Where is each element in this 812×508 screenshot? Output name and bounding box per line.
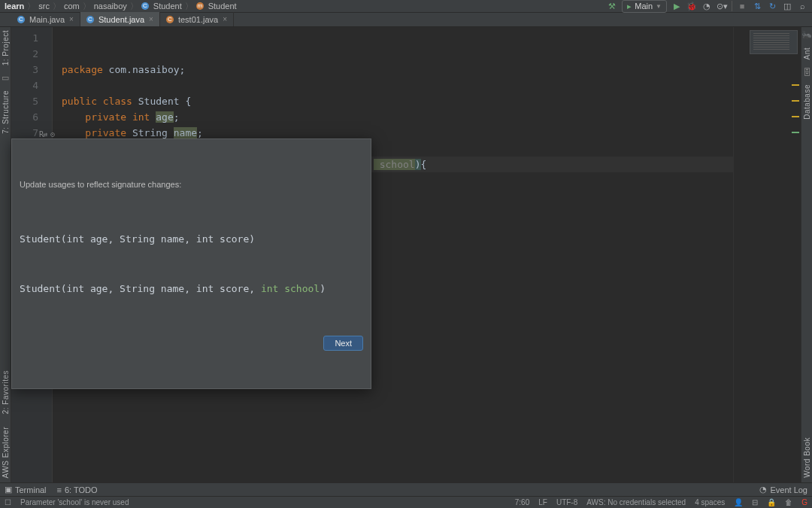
trash-icon[interactable]: 🗑 <box>785 498 792 506</box>
class-icon: C <box>17 16 25 23</box>
folder-icon[interactable]: ▭ <box>2 73 9 83</box>
chevron-right-icon: 〉 <box>27 1 35 12</box>
update-icon[interactable]: ↻ <box>767 1 777 11</box>
close-icon[interactable]: × <box>69 15 74 23</box>
tab-student[interactable]: C Student.java × <box>80 12 160 26</box>
class-icon: C <box>166 16 174 23</box>
breadcrumb-method[interactable]: Student <box>208 2 237 11</box>
signature-old: Student(int age, String name, int score) <box>20 230 363 248</box>
right-tool-strip: 🐜 Ant 🗄 Database Word Book <box>801 27 812 482</box>
status-bar: ☐ Parameter 'school' is never used 7:60 … <box>0 496 812 508</box>
class-icon: C <box>141 2 149 10</box>
toolbar: ⚒ ▸ Main ▼ ▶ 🐞 ◔ ⊙▾ ■ ⇅ ↻ ◫ ⌕ <box>607 0 807 13</box>
database-icon[interactable]: 🗄 <box>803 68 811 77</box>
signature-new: Student(int age, String name, int score,… <box>20 280 363 298</box>
close-icon[interactable]: × <box>223 15 227 23</box>
layout-icon[interactable]: ◫ <box>782 1 792 11</box>
chevron-right-icon: 〉 <box>130 1 138 12</box>
run-icon[interactable]: ▶ <box>671 1 682 11</box>
breadcrumb-item[interactable]: com <box>64 2 80 11</box>
status-message-icon: ☐ <box>5 498 11 506</box>
memory-icon[interactable]: ⊟ <box>752 498 758 506</box>
code-line: public class Student { <box>62 96 191 107</box>
code-line: package com.nasaiboy; <box>62 64 185 75</box>
tab-label: test01.java <box>178 15 218 24</box>
info-mark[interactable] <box>792 132 799 133</box>
tool-database[interactable]: Database <box>803 84 811 120</box>
method-icon: m <box>196 2 204 10</box>
caret-position[interactable]: 7:60 <box>515 498 529 506</box>
tool-ant[interactable]: Ant <box>803 47 811 60</box>
tool-project[interactable]: 1: Project <box>2 30 10 65</box>
line-number: 6 <box>11 109 38 125</box>
tool-structure[interactable]: 7: Structure <box>2 90 10 134</box>
ide-root: learn 〉 src 〉 com 〉 nasaiboy 〉 C Student… <box>0 0 812 508</box>
code-line <box>62 80 68 91</box>
tool-aws-explorer[interactable]: AWS Explorer <box>2 427 10 478</box>
run-config-label: Main <box>635 2 653 11</box>
main-area: 1: Project ▭ 7: Structure 2: Favorites A… <box>0 27 812 482</box>
chevron-right-icon: 〉 <box>53 1 61 12</box>
refactor-popup: Update usages to reflect signature chang… <box>11 138 371 389</box>
line-number: 3 <box>11 62 38 78</box>
indent-setting[interactable]: 4 spaces <box>695 498 725 506</box>
file-encoding[interactable]: UTF-8 <box>556 498 577 506</box>
line-separator[interactable]: LF <box>538 498 547 506</box>
build-icon[interactable]: ⚒ <box>607 1 617 11</box>
terminal-icon: ▣ <box>5 485 12 494</box>
separator <box>732 1 732 11</box>
todo-icon: ≡ <box>57 485 62 494</box>
warning-mark[interactable] <box>792 84 799 86</box>
code-line: private String name; <box>62 127 203 138</box>
line-number: 4 <box>11 78 38 93</box>
breadcrumb[interactable]: learn 〉 src 〉 com 〉 nasaiboy 〉 C Student… <box>5 1 237 12</box>
tool-wordbook[interactable]: Word Book <box>803 437 811 478</box>
breadcrumb-item[interactable]: src <box>38 2 50 11</box>
editor[interactable]: 1 2 3 4 5 6 7 13 14 R⇄ ⊝ package com.nas… <box>11 27 801 482</box>
next-button[interactable]: Next <box>323 336 363 351</box>
debug-icon[interactable]: 🐞 <box>686 1 697 11</box>
tab-main[interactable]: C Main.java × <box>11 12 80 26</box>
navigation-bar: learn 〉 src 〉 com 〉 nasaiboy 〉 C Student… <box>0 0 812 13</box>
class-icon: C <box>86 16 94 23</box>
chevron-right-icon: 〉 <box>83 1 91 12</box>
lock-icon[interactable]: 🔒 <box>767 498 776 506</box>
inspections-icon[interactable]: 👤 <box>734 498 743 506</box>
tab-test01[interactable]: C test01.java × <box>160 12 234 26</box>
coverage-icon[interactable]: ◔ <box>701 1 712 11</box>
run-config-selector[interactable]: ▸ Main ▼ <box>622 0 667 13</box>
tool-favorites[interactable]: 2: Favorites <box>2 370 10 414</box>
tab-label: Main.java <box>29 15 65 24</box>
chevron-down-icon: ▼ <box>656 3 662 10</box>
stop-icon[interactable]: ■ <box>737 1 747 11</box>
breadcrumb-item[interactable]: nasaiboy <box>94 2 127 11</box>
code-line: private int age; <box>62 111 180 123</box>
line-number: 5 <box>11 93 38 109</box>
run-target-icon: ▸ <box>627 2 632 11</box>
tab-label: Student.java <box>98 15 144 24</box>
tab-todo[interactable]: ≡6: TODO <box>57 485 98 494</box>
aws-status[interactable]: AWS: No credentials selected <box>586 498 686 506</box>
tab-terminal[interactable]: ▣Terminal <box>5 485 47 494</box>
status-message[interactable]: Parameter 'school' is never used <box>20 498 129 506</box>
warning-mark[interactable] <box>792 100 799 102</box>
warning-mark[interactable] <box>792 116 799 117</box>
close-icon[interactable]: × <box>149 15 153 23</box>
search-icon[interactable]: ⌕ <box>797 1 807 11</box>
code-minimap[interactable] <box>750 30 798 54</box>
tab-event-log[interactable]: ◔Event Log <box>759 485 807 494</box>
breadcrumb-class[interactable]: Student <box>153 2 182 11</box>
google-icon[interactable]: G <box>801 498 807 506</box>
chevron-right-icon: 〉 <box>185 1 193 12</box>
ant-icon[interactable]: 🐜 <box>801 30 812 40</box>
code-area[interactable]: R⇄ ⊝ package com.nasaiboy; public class … <box>53 27 733 482</box>
bottom-tool-tabs: ▣Terminal ≡6: TODO ◔Event Log <box>0 482 812 496</box>
editor-tabs: C Main.java × C Student.java × C test01.… <box>0 13 812 27</box>
profiler-icon[interactable]: ⊙▾ <box>717 1 727 11</box>
breadcrumb-root[interactable]: learn <box>5 2 24 11</box>
vcs-icon[interactable]: ⇅ <box>752 1 762 11</box>
line-number: 2 <box>11 46 38 62</box>
popup-title: Update usages to reflect signature chang… <box>20 177 363 193</box>
left-tool-strip: 1: Project ▭ 7: Structure 2: Favorites A… <box>0 27 11 482</box>
error-stripe[interactable] <box>733 27 801 482</box>
